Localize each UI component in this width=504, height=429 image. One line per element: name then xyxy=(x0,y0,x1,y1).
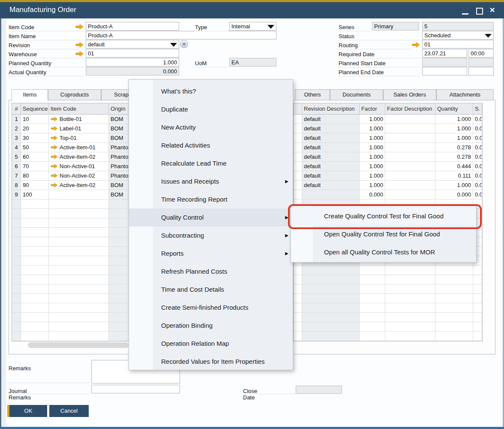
sequence-cell[interactable] xyxy=(21,284,49,294)
table-row[interactable]: default1.0000.4440.000 xyxy=(294,162,482,171)
s-cell[interactable]: 0.000 xyxy=(473,124,482,133)
item-code-cell[interactable] xyxy=(49,332,109,341)
journal-remarks-field[interactable] xyxy=(91,385,180,393)
tab-others[interactable]: Others xyxy=(295,89,330,100)
blank-cell[interactable] xyxy=(294,133,302,143)
table-row[interactable] xyxy=(12,209,129,218)
factor-cell[interactable]: 1.000 xyxy=(360,171,385,181)
factor-cell[interactable]: 0.000 xyxy=(360,190,385,199)
sequence-cell[interactable] xyxy=(21,237,49,247)
origin-cell[interactable] xyxy=(109,266,129,275)
quantity-cell[interactable]: 0.000 xyxy=(435,190,473,199)
origin-cell[interactable] xyxy=(109,294,129,303)
sequence-cell[interactable]: 100 xyxy=(21,190,49,199)
blank-cell[interactable] xyxy=(294,115,302,124)
table-row[interactable] xyxy=(12,275,129,284)
blank-cell[interactable] xyxy=(294,266,302,275)
tab-sales-orders[interactable]: Sales Orders xyxy=(383,89,436,100)
quantity-cell[interactable] xyxy=(435,284,473,294)
table-row[interactable] xyxy=(12,228,129,237)
factor-description-cell[interactable] xyxy=(385,133,435,143)
table-row[interactable]: 450Active-Item-01Phantom xyxy=(12,143,129,152)
origin-cell[interactable]: BOM xyxy=(109,133,129,143)
table-row[interactable]: default1.0000.2780.000 xyxy=(294,152,482,162)
row-number-cell[interactable]: 3 xyxy=(12,133,21,143)
menu-item-operation-relation-map[interactable]: Operation Relation Map xyxy=(129,335,293,353)
factor-cell[interactable] xyxy=(360,275,385,284)
revision-description-cell[interactable] xyxy=(302,190,360,199)
row-number-cell[interactable] xyxy=(12,228,21,237)
factor-cell[interactable]: 1.000 xyxy=(360,181,385,190)
origin-cell[interactable] xyxy=(109,199,129,209)
item-code-cell[interactable] xyxy=(49,313,109,322)
minimize-icon[interactable] xyxy=(462,13,468,15)
table-row[interactable]: 670Non-Active-01Phantom xyxy=(12,162,129,171)
dropdown-arrow-icon[interactable] xyxy=(485,34,492,38)
s-cell[interactable]: 0.000 xyxy=(473,171,482,181)
sequence-cell[interactable] xyxy=(21,332,49,341)
s-cell[interactable]: 0.000 xyxy=(473,190,482,199)
sequence-cell[interactable] xyxy=(21,256,49,266)
sequence-cell[interactable]: 60 xyxy=(21,152,49,162)
origin-cell[interactable] xyxy=(109,228,129,237)
factor-cell[interactable]: 1.000 xyxy=(360,143,385,152)
row-number-cell[interactable]: 1 xyxy=(12,115,21,124)
factor-description-cell[interactable] xyxy=(385,294,435,303)
item-code-cell[interactable]: Label-01 xyxy=(49,124,109,133)
sequence-cell[interactable] xyxy=(21,275,49,284)
sequence-cell[interactable] xyxy=(21,294,49,303)
table-row[interactable]: 780Non-Active-02Phantom xyxy=(12,171,129,181)
factor-cell[interactable]: 1.000 xyxy=(360,152,385,162)
s-cell[interactable]: 0.000 xyxy=(473,162,482,171)
menu-item-quality-control[interactable]: Quality Control▶ xyxy=(129,208,293,227)
origin-cell[interactable]: Phantom xyxy=(109,162,129,171)
link-arrow-icon[interactable] xyxy=(75,42,84,49)
origin-cell[interactable] xyxy=(109,247,129,256)
item-code-field[interactable]: Product-A xyxy=(86,22,179,30)
sequence-cell[interactable] xyxy=(21,218,49,228)
dropdown-arrow-icon[interactable] xyxy=(170,43,177,47)
revision-description-cell[interactable] xyxy=(302,303,360,313)
quantity-cell[interactable] xyxy=(435,322,473,332)
table-row[interactable] xyxy=(12,294,129,303)
s-cell[interactable] xyxy=(473,332,482,341)
item-code-cell[interactable] xyxy=(49,322,109,332)
blank-cell[interactable] xyxy=(294,284,302,294)
sequence-cell[interactable]: 20 xyxy=(21,124,49,133)
table-row[interactable] xyxy=(294,266,482,275)
menu-item-issues-and-receipts[interactable]: Issues and Receipts▶ xyxy=(129,172,293,190)
factor-cell[interactable] xyxy=(360,322,385,332)
factor-description-cell[interactable] xyxy=(385,190,435,199)
factor-cell[interactable] xyxy=(360,332,385,341)
sequence-cell[interactable]: 50 xyxy=(21,143,49,152)
routing-field[interactable]: 01 xyxy=(422,40,494,48)
menu-item-related-activities[interactable]: Related Activities xyxy=(129,136,293,154)
item-code-cell[interactable] xyxy=(49,199,109,209)
row-number-cell[interactable] xyxy=(12,199,21,209)
s-cell[interactable]: 0.000 xyxy=(473,152,482,162)
item-code-cell[interactable]: Active-Item-02 xyxy=(49,181,109,190)
origin-cell[interactable] xyxy=(109,218,129,228)
ok-button[interactable]: OK xyxy=(7,405,47,417)
s-cell[interactable] xyxy=(473,266,482,275)
row-number-cell[interactable] xyxy=(12,209,21,218)
sequence-cell[interactable]: 90 xyxy=(21,181,49,190)
factor-description-cell[interactable] xyxy=(385,124,435,133)
factor-description-cell[interactable] xyxy=(385,266,435,275)
blank-cell[interactable] xyxy=(294,322,302,332)
revision-description-cell[interactable]: default xyxy=(302,133,360,143)
tab-attachments[interactable]: Attachments xyxy=(436,89,494,100)
horizontal-scrollbar[interactable] xyxy=(28,342,129,348)
s-cell[interactable]: 0.000 xyxy=(473,115,482,124)
item-code-cell[interactable] xyxy=(49,294,109,303)
factor-cell[interactable] xyxy=(360,294,385,303)
row-number-cell[interactable]: 2 xyxy=(12,124,21,133)
row-number-cell[interactable] xyxy=(12,332,21,341)
s-cell[interactable]: 0.000 xyxy=(473,133,482,143)
menu-item-operation-binding[interactable]: Operation Binding xyxy=(129,317,293,335)
blank-cell[interactable] xyxy=(294,190,302,199)
factor-cell[interactable] xyxy=(360,313,385,322)
factor-description-cell[interactable] xyxy=(385,181,435,190)
tab-items[interactable]: Items xyxy=(12,89,48,101)
link-arrow-icon[interactable] xyxy=(75,51,84,58)
